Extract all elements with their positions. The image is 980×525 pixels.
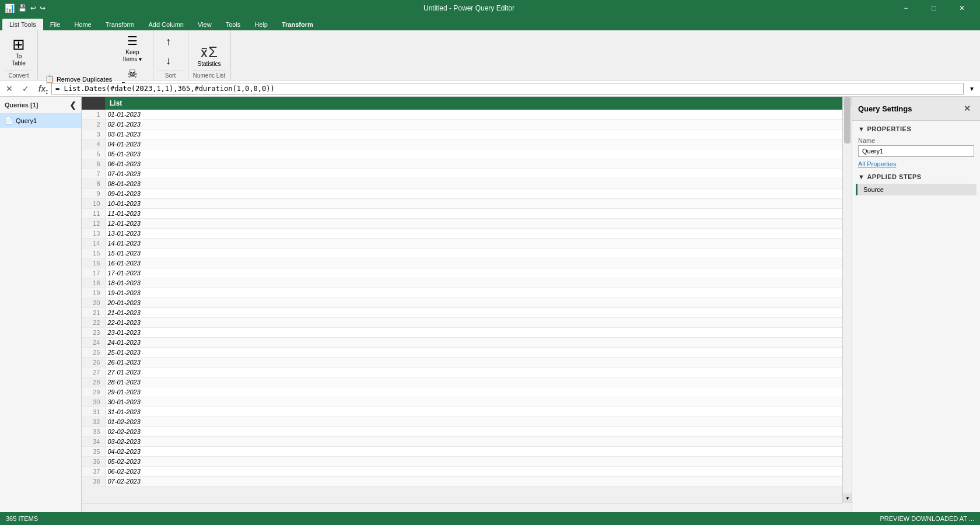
row-number: 22 bbox=[82, 318, 105, 328]
tab-transform[interactable]: Transform bbox=[99, 19, 142, 30]
tab-file[interactable]: File bbox=[43, 19, 68, 30]
row-number: 37 bbox=[82, 467, 105, 477]
remove-items-icon: ☠ bbox=[127, 66, 138, 80]
row-number: 2 bbox=[82, 120, 105, 130]
app-icon: 📊 bbox=[5, 4, 15, 13]
row-number: 31 bbox=[82, 407, 105, 417]
formula-expand-button[interactable]: ▾ bbox=[966, 83, 978, 94]
scroll-thumb-vertical[interactable] bbox=[844, 97, 850, 144]
row-number: 14 bbox=[82, 239, 105, 249]
to-table-button[interactable]: ⊞ ToTable bbox=[5, 34, 33, 69]
table-row: 2020-01-2023 bbox=[82, 298, 842, 308]
table-row: 808-01-2023 bbox=[82, 179, 842, 189]
sort-desc-button[interactable]: ↓ bbox=[158, 52, 179, 69]
statistics-button[interactable]: X̅ Σ Statistics bbox=[193, 42, 226, 69]
query-item-query1[interactable]: 📄 Query1 bbox=[0, 114, 81, 128]
date-value: 01-02-2023 bbox=[105, 417, 842, 427]
horizontal-scrollbar[interactable] bbox=[82, 503, 842, 512]
quick-access-undo[interactable]: ↩ bbox=[30, 4, 36, 12]
tab-help[interactable]: Help bbox=[247, 19, 275, 30]
step-source[interactable]: Source bbox=[856, 184, 977, 195]
ribbon-group-numeric-list: X̅ Σ Statistics Numeric List bbox=[188, 30, 231, 80]
quick-access-redo[interactable]: ↪ bbox=[40, 4, 46, 12]
table-row: 1313-01-2023 bbox=[82, 229, 842, 239]
ribbon: ⊞ ToTable Convert 📋 Remove Duplicates ↕ … bbox=[0, 30, 980, 80]
remove-duplicates-label: Remove Duplicates bbox=[57, 76, 112, 83]
row-number: 12 bbox=[82, 219, 105, 229]
to-table-icon: ⊞ bbox=[12, 37, 25, 52]
row-number: 7 bbox=[82, 169, 105, 179]
minimize-button[interactable]: − bbox=[892, 0, 919, 16]
formula-input[interactable] bbox=[51, 83, 964, 94]
date-value: 09-01-2023 bbox=[105, 189, 842, 199]
date-value: 19-01-2023 bbox=[105, 288, 842, 298]
date-value: 05-01-2023 bbox=[105, 149, 842, 159]
table-row: 1414-01-2023 bbox=[82, 239, 842, 249]
applied-steps-section: ▼ APPLIED STEPS bbox=[852, 169, 980, 183]
window-controls: − □ ✕ bbox=[892, 0, 975, 16]
table-row: 707-01-2023 bbox=[82, 169, 842, 179]
all-properties-link[interactable]: All Properties bbox=[852, 159, 980, 169]
ribbon-group-manage-items: 📋 Remove Duplicates ↕ Reverse Items ☰ Ke… bbox=[38, 30, 153, 80]
quick-access-save[interactable]: 💾 bbox=[18, 4, 27, 12]
row-number: 18 bbox=[82, 278, 105, 288]
vertical-scrollbar[interactable]: ▲ ▼ bbox=[842, 97, 852, 503]
name-input[interactable] bbox=[858, 145, 974, 157]
date-value: 06-01-2023 bbox=[105, 159, 842, 169]
row-number: 36 bbox=[82, 457, 105, 467]
row-number: 10 bbox=[82, 199, 105, 209]
queries-collapse-icon[interactable]: ❮ bbox=[69, 100, 76, 110]
title-bar: 📊 💾 ↩ ↪ Untitled - Power Query Editor − … bbox=[0, 0, 980, 16]
date-value: 06-02-2023 bbox=[105, 467, 842, 477]
keep-items-label: KeepItems ▾ bbox=[123, 49, 142, 63]
row-number: 3 bbox=[82, 130, 105, 139]
row-number: 4 bbox=[82, 139, 105, 149]
keep-items-button[interactable]: ☰ KeepItems ▾ bbox=[117, 33, 148, 64]
tab-transform-sub[interactable]: Transform bbox=[275, 19, 320, 30]
formula-confirm-button[interactable]: ✓ bbox=[19, 82, 33, 96]
row-number: 15 bbox=[82, 249, 105, 258]
sort-group-label: Sort bbox=[158, 71, 183, 79]
tab-tools[interactable]: Tools bbox=[219, 19, 248, 30]
row-number: 25 bbox=[82, 348, 105, 358]
statistics-label: Statistics bbox=[198, 61, 221, 67]
row-number: 26 bbox=[82, 358, 105, 368]
table-row: 1919-01-2023 bbox=[82, 288, 842, 298]
keep-items-icon: ☰ bbox=[127, 34, 138, 48]
row-number: 27 bbox=[82, 368, 105, 377]
formula-cancel-button[interactable]: ✕ bbox=[2, 82, 16, 96]
tab-list-tools[interactable]: List Tools bbox=[2, 19, 43, 30]
restore-button[interactable]: □ bbox=[921, 0, 947, 16]
row-number: 33 bbox=[82, 427, 105, 437]
row-number: 17 bbox=[82, 268, 105, 278]
query-settings-close-button[interactable]: ✕ bbox=[960, 102, 974, 116]
date-value: 16-01-2023 bbox=[105, 258, 842, 268]
table-row: 2121-01-2023 bbox=[82, 308, 842, 318]
date-value: 04-02-2023 bbox=[105, 447, 842, 457]
date-value: 18-01-2023 bbox=[105, 278, 842, 288]
scroll-down-button[interactable]: ▼ bbox=[843, 494, 852, 503]
query-settings-panel: Query Settings ✕ ▼ PROPERTIES Name All P… bbox=[852, 97, 980, 512]
date-value: 03-02-2023 bbox=[105, 437, 842, 447]
tab-add-column[interactable]: Add Column bbox=[141, 19, 191, 30]
date-value: 02-02-2023 bbox=[105, 427, 842, 437]
tab-home[interactable]: Home bbox=[67, 19, 98, 30]
row-number: 32 bbox=[82, 417, 105, 427]
table-row: 3706-02-2023 bbox=[82, 467, 842, 477]
formula-fx-button[interactable]: fx bbox=[35, 82, 49, 96]
tab-view[interactable]: View bbox=[191, 19, 219, 30]
table-row: 3807-02-2023 bbox=[82, 477, 842, 487]
close-button[interactable]: ✕ bbox=[949, 0, 975, 16]
queries-title: Queries [1] bbox=[5, 102, 38, 108]
table-row: 1515-01-2023 bbox=[82, 249, 842, 258]
sort-asc-button[interactable]: ↑ bbox=[158, 33, 179, 50]
row-number: 23 bbox=[82, 328, 105, 338]
data-area: List 101-01-2023202-01-2023303-01-202340… bbox=[82, 97, 852, 512]
date-value: 04-01-2023 bbox=[105, 139, 842, 149]
row-number: 11 bbox=[82, 209, 105, 219]
convert-group-label: Convert bbox=[5, 71, 33, 79]
date-value: 01-01-2023 bbox=[105, 110, 842, 120]
date-value: 05-02-2023 bbox=[105, 457, 842, 467]
table-row: 1818-01-2023 bbox=[82, 278, 842, 288]
applied-steps-label: APPLIED STEPS bbox=[867, 173, 921, 180]
